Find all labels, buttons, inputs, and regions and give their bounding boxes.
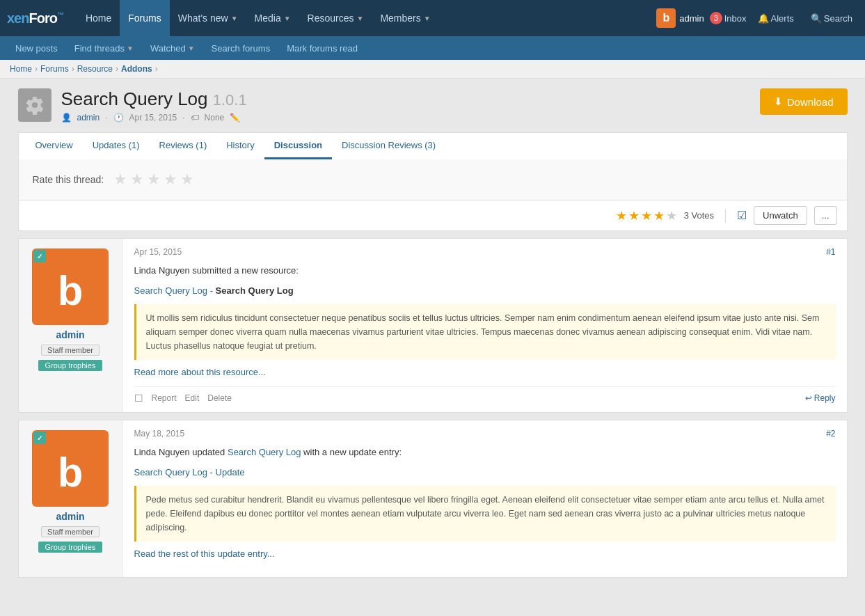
nav-home[interactable]: Home bbox=[77, 0, 120, 36]
post-2-links: Search Query Log - Update bbox=[134, 466, 836, 480]
divider bbox=[725, 209, 726, 223]
post-1-author[interactable]: admin bbox=[56, 329, 84, 340]
post-1-intro: Linda Nguyen submitted a new resource: bbox=[134, 264, 836, 278]
nav-forums[interactable]: Forums bbox=[120, 0, 169, 36]
votes-count: 3 Votes bbox=[684, 210, 714, 221]
post-1: b admin Staff member Group trophies Apr … bbox=[18, 238, 848, 413]
reply-icon: ↩ bbox=[805, 393, 812, 403]
nav-members[interactable]: Members ▼ bbox=[372, 0, 438, 36]
nav-whats-new[interactable]: What's new ▼ bbox=[170, 0, 246, 36]
breadcrumb-current: Addons bbox=[121, 64, 152, 74]
star-3[interactable]: ★ bbox=[147, 171, 161, 189]
post-2: b admin Staff member Group trophies May … bbox=[18, 420, 848, 577]
vote-star-4: ★ bbox=[653, 208, 665, 223]
post-2-sidebar: b admin Staff member Group trophies bbox=[19, 420, 123, 576]
tab-overview[interactable]: Overview bbox=[26, 133, 83, 159]
download-icon: ⬇ bbox=[774, 95, 783, 108]
tab-reviews[interactable]: Reviews (1) bbox=[150, 133, 217, 159]
author-icon: 👤 bbox=[61, 113, 72, 123]
vote-star-3: ★ bbox=[641, 208, 652, 223]
resource-version: 1.0.1 bbox=[213, 91, 247, 109]
post-2-wrapper: b admin Staff member Group trophies May … bbox=[19, 420, 847, 576]
edit-icon[interactable]: ✏️ bbox=[230, 113, 240, 123]
user-name-label: admin bbox=[679, 13, 704, 24]
dot-sep2: · bbox=[182, 113, 184, 123]
breadcrumb-forums[interactable]: Forums bbox=[40, 64, 69, 74]
breadcrumb-home[interactable]: Home bbox=[10, 64, 32, 74]
bc-sep-1: › bbox=[35, 64, 38, 74]
alerts-label: Alerts bbox=[771, 13, 794, 24]
bc-sep-4: › bbox=[155, 64, 158, 74]
breadcrumb-resource[interactable]: Resource bbox=[77, 64, 113, 74]
download-button[interactable]: ⬇ Download bbox=[760, 88, 848, 115]
post-2-author[interactable]: admin bbox=[56, 511, 84, 522]
post-1-delete[interactable]: Delete bbox=[207, 393, 232, 403]
post-1-author-role: Staff member bbox=[41, 345, 100, 356]
sub-nav-search-forums[interactable]: Search forums bbox=[203, 36, 279, 60]
resource-title-area: Search Query Log 1.0.1 👤 admin · 🕐 Apr 1… bbox=[61, 88, 750, 123]
star-2[interactable]: ★ bbox=[130, 171, 144, 189]
post-1-links: Search Query Log - Search Query Log bbox=[134, 284, 836, 299]
resource-author-link[interactable]: admin bbox=[77, 113, 100, 123]
star-4[interactable]: ★ bbox=[164, 171, 177, 189]
tab-history[interactable]: History bbox=[216, 133, 264, 159]
vote-star-2: ★ bbox=[628, 208, 640, 223]
post-1-link1[interactable]: Search Query Log bbox=[134, 285, 208, 296]
post-1-main: Apr 15, 2015 #1 Linda Nguyen submitted a… bbox=[123, 239, 847, 412]
resource-title: Search Query Log 1.0.1 bbox=[61, 88, 750, 110]
tab-discussion[interactable]: Discussion bbox=[264, 133, 332, 159]
post-1-actions: ☐ Report Edit Delete ↩ Reply bbox=[134, 386, 836, 404]
unwatch-button[interactable]: Unwatch bbox=[754, 206, 807, 225]
sub-nav-mark-read[interactable]: Mark forums read bbox=[278, 36, 366, 60]
main-nav: Home Forums What's new ▼ Media ▼ Resourc… bbox=[77, 0, 656, 36]
nav-resources[interactable]: Resources ▼ bbox=[299, 0, 372, 36]
user-menu[interactable]: b admin bbox=[656, 8, 704, 28]
bookmark-icon[interactable]: ☐ bbox=[134, 393, 143, 404]
sub-nav-new-posts[interactable]: New posts bbox=[7, 36, 66, 60]
post-1-header: Apr 15, 2015 #1 bbox=[134, 247, 836, 257]
post-1-trophy[interactable]: Group trophies bbox=[38, 360, 103, 371]
post-1-edit[interactable]: Edit bbox=[185, 393, 200, 403]
inbox-button[interactable]: 3 Inbox bbox=[710, 12, 747, 24]
post-2-intro: Linda Nguyen updated Search Query Log wi… bbox=[134, 445, 836, 460]
post-1-date: Apr 15, 2015 bbox=[134, 247, 182, 257]
nav-media[interactable]: Media ▼ bbox=[246, 0, 299, 36]
alerts-button[interactable]: 🔔 Alerts bbox=[752, 13, 800, 24]
post-1-reply[interactable]: ↩ Reply bbox=[805, 393, 836, 403]
star-rating[interactable]: ★ ★ ★ ★ ★ bbox=[113, 171, 194, 189]
resource-tag: None bbox=[205, 113, 225, 123]
site-logo[interactable]: xenForo™ bbox=[7, 10, 63, 26]
post-1-body: Linda Nguyen submitted a new resource: S… bbox=[134, 264, 836, 379]
star-1[interactable]: ★ bbox=[113, 171, 127, 189]
tab-discussion-reviews[interactable]: Discussion Reviews (3) bbox=[332, 133, 445, 159]
inbox-badge: 3 bbox=[710, 12, 722, 24]
post-2-link1[interactable]: Search Query Log bbox=[228, 447, 301, 457]
post-1-link2[interactable]: Search Query Log bbox=[216, 285, 294, 296]
user-avatar: b bbox=[656, 8, 676, 28]
resource-icon bbox=[18, 88, 51, 122]
resource-date: Apr 15, 2015 bbox=[129, 113, 177, 123]
sub-navigation: New posts Find threads ▼ Watched ▼ Searc… bbox=[0, 36, 865, 60]
sub-nav-watched[interactable]: Watched ▼ bbox=[142, 36, 203, 60]
page-content: Search Query Log 1.0.1 👤 admin · 🕐 Apr 1… bbox=[8, 79, 857, 587]
star-5[interactable]: ★ bbox=[180, 171, 194, 189]
bc-sep-3: › bbox=[116, 64, 118, 74]
post-2-header: May 18, 2015 #2 bbox=[134, 429, 836, 439]
breadcrumb: Home › Forums › Resource › Addons › bbox=[0, 60, 865, 79]
tab-updates[interactable]: Updates (1) bbox=[83, 133, 150, 159]
rate-thread-label: Rate this thread: bbox=[33, 174, 104, 185]
sub-nav-find-threads[interactable]: Find threads ▼ bbox=[66, 36, 142, 60]
post-2-link2[interactable]: Search Query Log - Update bbox=[134, 467, 245, 477]
search-button[interactable]: 🔍 Search bbox=[805, 13, 858, 24]
post-2-trophy[interactable]: Group trophies bbox=[38, 542, 103, 553]
votes-bar: ★ ★ ★ ★ ★ 3 Votes ☑ Unwatch ... bbox=[18, 200, 848, 231]
post-1-num: #1 bbox=[826, 247, 835, 257]
more-button[interactable]: ... bbox=[814, 206, 837, 225]
dot-sep: · bbox=[105, 113, 107, 123]
post-1-read-more[interactable]: Read more about this resource... bbox=[134, 367, 266, 377]
post-2-quote: Pede metus sed curabitur hendrerit. Blan… bbox=[134, 486, 836, 542]
post-1-report[interactable]: Report bbox=[152, 393, 177, 403]
post-1-quote: Ut mollis sem ridiculus tincidunt consec… bbox=[134, 304, 836, 360]
post-2-read-more[interactable]: Read the rest of this update entry... bbox=[134, 548, 275, 559]
avatar-badge bbox=[33, 250, 46, 262]
